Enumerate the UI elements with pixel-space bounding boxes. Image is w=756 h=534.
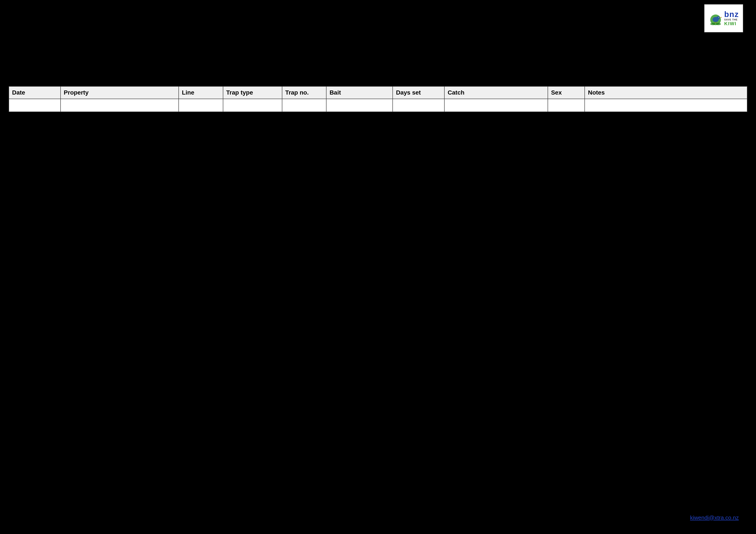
col-header-trapno: Trap no.	[282, 87, 327, 99]
cell-bait	[326, 99, 393, 112]
svg-point-7	[710, 23, 715, 25]
data-table-container: Date Property Line Trap type Trap no. Ba…	[9, 86, 747, 112]
table-row	[9, 99, 747, 112]
cell-traptype	[223, 99, 282, 112]
col-header-date: Date	[9, 87, 61, 99]
col-header-sex: Sex	[548, 87, 585, 99]
trap-records-table: Date Property Line Trap type Trap no. Ba…	[9, 86, 747, 112]
col-header-notes: Notes	[585, 87, 747, 99]
table-body	[9, 99, 747, 112]
cell-date	[9, 99, 61, 112]
cell-trapno	[282, 99, 327, 112]
cell-catch	[445, 99, 548, 112]
table-header-row: Date Property Line Trap type Trap no. Ba…	[9, 87, 747, 99]
logo-inner: bnz SAVE THE KIWI	[709, 11, 739, 26]
svg-line-6	[716, 22, 716, 23]
cell-line	[179, 99, 223, 112]
cell-property	[61, 99, 179, 112]
col-header-catch: Catch	[445, 87, 548, 99]
svg-point-4	[718, 17, 719, 18]
svg-point-8	[716, 23, 721, 25]
cell-sex	[548, 99, 585, 112]
bnz-letters: bnz	[724, 11, 739, 18]
footer-email-link[interactable]: kiwendi@xtra.co.nz	[690, 514, 739, 521]
kiwi-label: KIWI	[724, 21, 737, 26]
logo-container: bnz SAVE THE KIWI	[704, 4, 743, 32]
svg-line-3	[719, 17, 722, 17]
col-header-daysset: Days set	[393, 87, 445, 99]
col-header-line: Line	[179, 87, 223, 99]
svg-point-2	[716, 16, 720, 20]
col-header-traptype: Trap type	[223, 87, 282, 99]
kiwi-bird-icon	[709, 12, 723, 25]
col-header-bait: Bait	[326, 87, 393, 99]
cell-daysset	[393, 99, 445, 112]
col-header-property: Property	[61, 87, 179, 99]
bnz-brand-text: bnz SAVE THE KIWI	[724, 11, 739, 26]
svg-line-5	[715, 22, 715, 23]
cell-notes	[585, 99, 747, 112]
